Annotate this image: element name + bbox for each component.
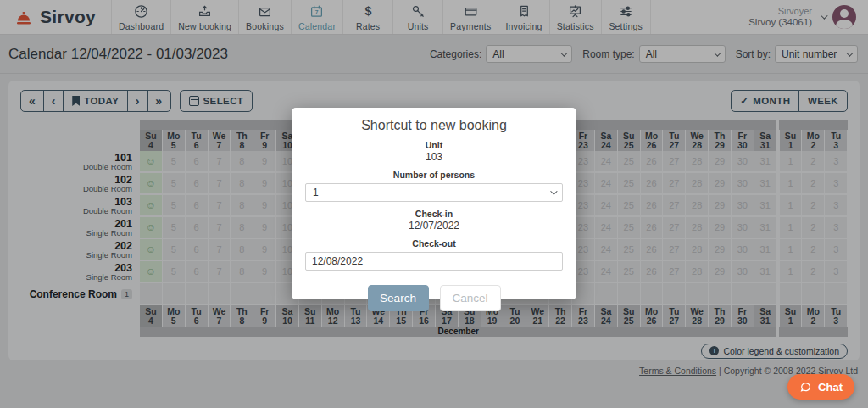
modal-title: Shortcut to new booking bbox=[292, 118, 576, 133]
cancel-button[interactable]: Cancel bbox=[440, 285, 501, 311]
new-booking-modal: Shortcut to new booking Unit 103 Number … bbox=[292, 108, 576, 299]
chat-button[interactable]: Chat bbox=[787, 374, 854, 400]
checkin-label: Check-in bbox=[292, 209, 576, 219]
unit-value: 103 bbox=[292, 151, 576, 163]
checkout-input[interactable] bbox=[305, 252, 563, 271]
checkout-label: Check-out bbox=[292, 238, 576, 249]
persons-select[interactable]: 1 bbox=[305, 183, 563, 202]
chat-bubble-icon bbox=[799, 381, 812, 394]
checkin-value: 12/07/2022 bbox=[292, 220, 576, 232]
unit-label: Unit bbox=[292, 140, 576, 150]
search-button[interactable]: Search bbox=[368, 285, 429, 311]
persons-label: Number of persons bbox=[292, 170, 576, 180]
chevron-down-icon bbox=[550, 187, 557, 194]
